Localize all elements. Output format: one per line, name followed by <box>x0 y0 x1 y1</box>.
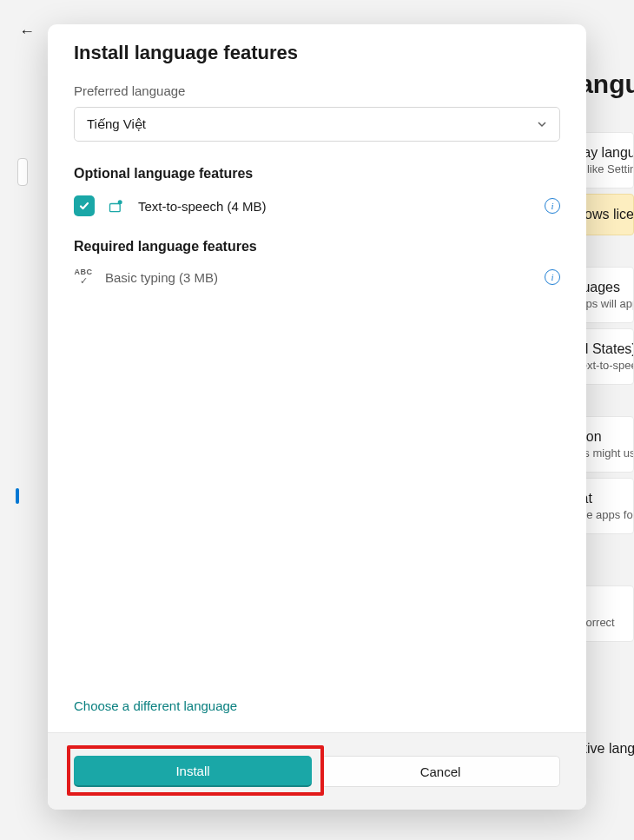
modal-body: Install language features Preferred lang… <box>48 24 586 732</box>
svg-point-3 <box>118 200 122 204</box>
cancel-button[interactable]: Cancel <box>320 756 560 787</box>
tts-icon <box>107 197 126 215</box>
install-button[interactable]: Install <box>74 756 312 787</box>
modal-footer: Install Cancel <box>48 732 586 810</box>
language-dropdown[interactable]: Tiếng Việt <box>74 107 560 142</box>
preferred-language-label: Preferred language <box>74 83 560 98</box>
basic-typing-label: Basic typing (3 MB) <box>105 270 532 285</box>
svg-rect-2 <box>110 204 121 212</box>
tts-label: Text-to-speech (4 MB) <box>138 199 532 214</box>
check-icon <box>78 200 90 212</box>
choose-different-language-link[interactable]: Choose a different language <box>74 698 560 713</box>
modal-overlay: Install language features Preferred lang… <box>0 0 634 840</box>
tts-checkbox[interactable] <box>74 195 95 216</box>
modal-title: Install language features <box>74 42 560 64</box>
basic-typing-row: ABC ✓ Basic typing (3 MB) i <box>74 268 560 286</box>
chevron-down-icon <box>537 117 547 132</box>
optional-heading: Optional language features <box>74 166 560 182</box>
basic-typing-info-icon[interactable]: i <box>545 269 560 285</box>
tts-info-icon[interactable]: i <box>545 198 560 214</box>
tts-feature-row: Text-to-speech (4 MB) i <box>74 195 560 216</box>
language-dropdown-value: Tiếng Việt <box>87 116 146 132</box>
basic-typing-icon: ABC ✓ <box>74 268 93 286</box>
install-language-modal: Install language features Preferred lang… <box>48 24 586 810</box>
required-heading: Required language features <box>74 239 560 255</box>
